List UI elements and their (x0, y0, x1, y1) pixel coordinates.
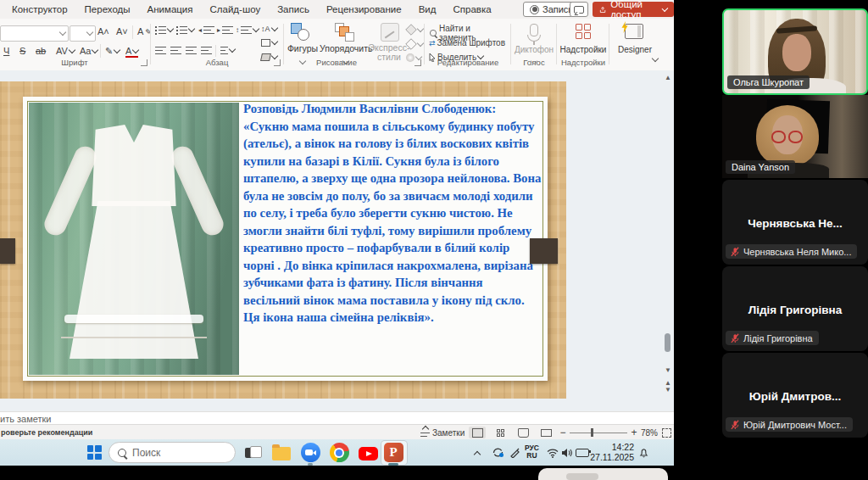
audio-tile-lidiya[interactable]: Лідія Григорівна Лідія Григорівна (722, 266, 868, 351)
double-strike-button[interactable]: ab (36, 46, 46, 56)
language-indicator[interactable]: РУСRU (525, 444, 539, 466)
tab-slideshow[interactable]: Слайд-шоу (202, 4, 270, 14)
chrome-icon[interactable] (328, 442, 350, 463)
notes-toggle-button[interactable]: Заметки (420, 427, 465, 438)
glasses-left (771, 131, 786, 143)
youtube-icon[interactable] (357, 442, 379, 463)
underline-button[interactable]: Ч (3, 46, 9, 56)
tab-design[interactable]: Конструктор (3, 4, 76, 14)
start-button[interactable] (83, 442, 105, 463)
notes-bar[interactable]: ить заметки (0, 411, 674, 425)
tab-transitions[interactable]: Переходы (76, 4, 139, 14)
video-tile-olga[interactable]: Ольга Шкуропат (722, 8, 868, 95)
font-size-combo[interactable] (70, 25, 96, 42)
clock[interactable]: 14:22 27.11.2025 (590, 443, 634, 462)
zoom-slider-track[interactable] (570, 433, 627, 433)
scroll-up-arrow[interactable]: ▲ (664, 75, 672, 81)
shapes-button[interactable]: Фигуры (286, 43, 320, 53)
share-button[interactable]: Общий доступ (593, 2, 674, 17)
zoom-out-button[interactable]: − (558, 427, 568, 438)
zoom-app-icon[interactable] (299, 442, 321, 463)
date: 27.11.2025 (590, 453, 634, 463)
tab-view[interactable]: Вид (410, 4, 445, 14)
wedding-dress-image (58, 123, 210, 364)
accessibility-status[interactable]: роверьте рекомендации (1, 428, 92, 437)
align-text-button[interactable] (261, 39, 277, 47)
battery-icon[interactable] (576, 439, 589, 466)
mic-muted-icon (730, 333, 740, 343)
slide[interactable]: Розповідь Людмили Василівни Слободенюк: … (0, 81, 566, 399)
change-case-button[interactable]: Aa (80, 46, 97, 56)
zoom-floating-controls[interactable] (538, 468, 668, 480)
slide-text[interactable]: Розповідь Людмили Василівни Слободенюк: … (243, 100, 542, 377)
scrollbar-thumb[interactable] (665, 333, 670, 352)
arrange-button[interactable]: Упорядочить (320, 43, 372, 53)
zoom-level[interactable]: 78% (641, 428, 658, 438)
shape-outline-button[interactable] (406, 39, 423, 49)
tab-animations[interactable]: Анимация (139, 4, 202, 14)
audio-tile-chernyavska[interactable]: Чернявська Не... Чернявська Неля Мико... (722, 180, 868, 265)
previous-slide-button[interactable]: ▲▼ (664, 380, 672, 393)
tab-record[interactable]: Запись (269, 4, 318, 14)
strikethrough-button[interactable]: S (19, 46, 25, 56)
zoom-slider-thumb[interactable] (591, 428, 593, 437)
file-explorer-icon[interactable] (270, 442, 292, 463)
scroll-down-arrow[interactable]: ▼ (664, 367, 672, 374)
tab-review[interactable]: Рецензирование (318, 4, 410, 14)
normal-view-button[interactable] (469, 427, 486, 438)
participant-display-name: Чернявська Не... (722, 217, 868, 230)
paragraph-dialog-launcher[interactable] (274, 59, 281, 66)
replace-fonts-button[interactable]: ⇄Замена шрифтов (429, 38, 505, 47)
collapse-ribbon-button[interactable] (653, 53, 658, 63)
character-spacing-button[interactable]: AV (56, 46, 75, 56)
numbering-button[interactable] (176, 26, 194, 34)
zoom-in-button[interactable]: + (629, 427, 639, 438)
wifi-icon[interactable] (547, 439, 559, 466)
designer-button[interactable]: Designer (611, 45, 659, 54)
windows-taskbar: Поиск P РУСRU 14:22 27. (0, 439, 674, 466)
addins-icon (576, 24, 591, 39)
notification-bell-icon[interactable] (638, 439, 649, 466)
paragraph-group: ◂ ▸ ↕ ↕A Абзац (153, 19, 281, 70)
line-spacing-button[interactable]: ↕ (236, 26, 259, 34)
glasses-right (788, 131, 803, 143)
fit-to-window-button[interactable] (659, 427, 673, 438)
drawing-dialog-launcher[interactable] (415, 59, 421, 66)
align-right-button[interactable] (186, 47, 197, 54)
align-center-button[interactable] (170, 47, 181, 54)
task-view-button[interactable] (242, 442, 264, 463)
slideshow-view-button[interactable] (537, 427, 554, 438)
slide-sorter-view-button[interactable] (492, 427, 509, 438)
font-name-combo[interactable] (0, 25, 69, 42)
reading-view-button[interactable] (515, 427, 531, 438)
font-dialog-launcher[interactable] (141, 59, 147, 66)
justify-button[interactable] (201, 47, 212, 54)
tab-help[interactable]: Справка (445, 4, 500, 14)
comments-button[interactable] (570, 2, 588, 17)
shape-fill-button[interactable] (406, 25, 423, 35)
quick-styles-icon (381, 23, 399, 42)
windows-logo-icon (87, 445, 102, 460)
vertical-scrollbar[interactable]: ▲ ▼ ▲▼ (664, 75, 672, 407)
pen-tray-icon[interactable] (509, 439, 520, 466)
sync-tray-icon[interactable] (492, 439, 504, 466)
font-color-button[interactable]: A (125, 46, 138, 58)
columns-button[interactable] (220, 47, 235, 54)
powerpoint-icon[interactable]: P (382, 442, 404, 463)
increase-indent-button[interactable]: ▸ (217, 26, 233, 34)
align-left-button[interactable] (155, 47, 166, 54)
floating-control-button[interactable] (566, 473, 598, 480)
shrink-font-button[interactable]: A˅ (116, 26, 128, 36)
grow-font-button[interactable]: A˄ (97, 26, 109, 36)
volume-icon[interactable] (561, 439, 572, 466)
tray-show-hidden-button[interactable] (475, 439, 480, 466)
audio-tile-yuriy[interactable]: Юрій Дмитров... Юрій Дмитрович Мост... (722, 353, 868, 438)
bullets-button[interactable] (155, 26, 173, 34)
time: 14:22 (590, 443, 634, 453)
video-tile-daina[interactable]: Daina Yanson (722, 95, 868, 178)
text-highlight-button[interactable]: ✎ (105, 46, 120, 57)
addins-button[interactable]: Надстройки (559, 45, 608, 54)
text-direction-button[interactable]: ↕A (261, 25, 277, 33)
taskbar-search[interactable]: Поиск (108, 442, 236, 463)
decrease-indent-button[interactable]: ◂ (198, 26, 214, 34)
